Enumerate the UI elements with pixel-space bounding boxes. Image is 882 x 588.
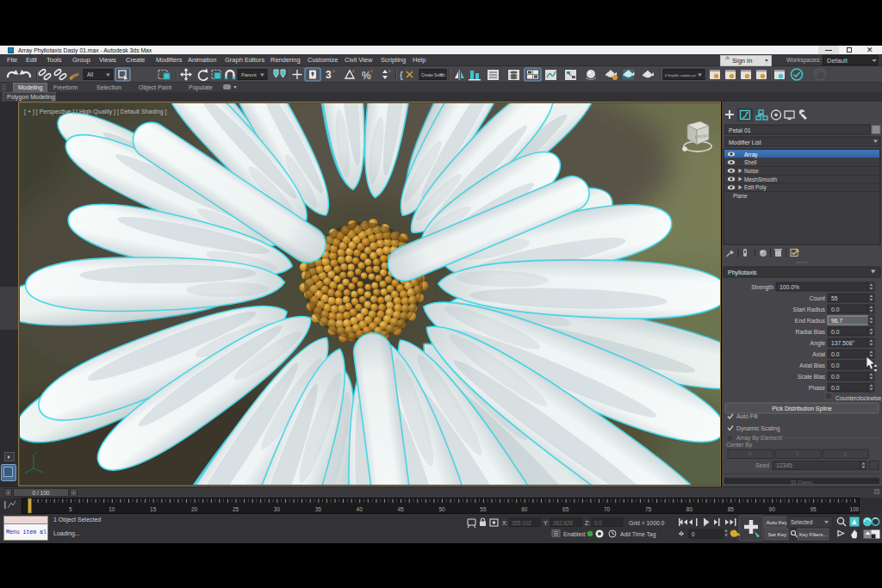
svg-text:Scale Bias: Scale Bias [798,374,826,380]
svg-text:40: 40 [357,506,363,512]
svg-text:Axial Bias: Axial Bias [799,362,825,368]
svg-text:25: 25 [233,506,239,512]
svg-text:75: 75 [645,506,652,512]
svg-text:Center By: Center By [726,442,753,449]
svg-text:Edit Poly: Edit Poly [744,184,767,191]
svg-text:55: 55 [831,295,838,301]
svg-text:0.0: 0.0 [831,385,840,391]
svg-text:²: ² [332,68,335,74]
svg-text:35: 35 [315,506,322,512]
svg-text:355.102: 355.102 [512,520,531,526]
svg-text:Parent: Parent [241,72,257,77]
svg-text:X:: X: [502,520,508,526]
svg-text:Auto Fill: Auto Fill [736,413,758,419]
svg-text:[ + ] [ Perspective ] [ High Q: [ + ] [ Perspective ] [ High Quality ] [… [24,108,167,115]
svg-text:²: ² [352,68,355,74]
svg-text:Enabled:: Enabled: [563,531,587,537]
svg-text:0.0: 0.0 [831,362,840,368]
svg-text:50: 50 [438,506,445,512]
svg-text:3: 3 [326,69,332,81]
svg-text:30: 30 [274,506,281,512]
svg-text:Axial: Axial [812,351,825,357]
svg-text:MeshSmooth: MeshSmooth [744,176,778,183]
svg-text:Strength: Strength [751,284,773,291]
svg-text:Dynamic Scaling: Dynamic Scaling [736,425,780,432]
svg-text:5: 5 [69,506,72,512]
svg-text:Counterclockwise: Counterclockwise [835,395,881,401]
svg-text:Auto Key: Auto Key [767,519,789,525]
svg-text:70: 70 [604,506,611,512]
svg-text:0.0: 0.0 [831,374,840,380]
svg-text:Z: Z [843,451,847,457]
svg-text:²: ² [388,68,391,74]
svg-text:X: X [748,451,753,457]
svg-text:Plane: Plane [733,193,748,199]
svg-text:End Radius: End Radius [795,318,826,324]
svg-text:95: 95 [810,506,817,512]
svg-text:85: 85 [728,506,735,512]
svg-text:D:\Temp\Bul...complete_exe: D:\Temp\Bul...complete_exe [665,73,696,77]
svg-text:Start Radius: Start Radius [793,306,826,313]
svg-text:100: 100 [850,506,860,512]
svg-text:100.0%: 100.0% [780,284,799,290]
svg-text:90: 90 [769,506,776,512]
svg-text:Seed: Seed [755,462,769,468]
svg-text:45: 45 [397,506,404,512]
svg-text:Pick Distribution Spline: Pick Distribution Spline [772,405,832,412]
svg-text:Modifier List: Modifier List [729,139,761,145]
svg-text:Phase: Phase [809,385,825,391]
svg-text:0.0: 0.0 [831,329,840,335]
svg-text:Array: Array [744,152,758,158]
svg-text:0.0: 0.0 [594,520,602,526]
svg-text:Radial Bias: Radial Bias [796,329,826,335]
svg-text:96.7: 96.7 [831,318,842,324]
svg-text:0.0: 0.0 [831,351,840,357]
svg-text:15: 15 [150,506,157,512]
svg-text:All: All [87,71,94,77]
svg-text:0.0: 0.0 [831,306,840,313]
svg-text:137.508°: 137.508° [831,340,855,346]
svg-text:20: 20 [191,506,198,512]
svg-text:80: 80 [686,506,693,512]
svg-text:Shell: Shell [744,159,757,165]
svg-text:Selected: Selected [791,519,813,525]
svg-text:Set Key: Set Key [768,531,788,537]
svg-text:12345: 12345 [776,462,792,468]
svg-text:0: 0 [692,531,695,537]
svg-text:Count: Count [810,295,825,301]
svg-text:Grid = 1000.0: Grid = 1000.0 [629,520,665,526]
svg-text:Y: Y [796,451,800,457]
svg-text:65: 65 [562,506,569,512]
svg-text:Key Filters...: Key Filters... [799,532,828,537]
svg-text:55: 55 [480,506,487,512]
svg-text:55 Classic: 55 Classic [791,480,813,485]
svg-text:Noise: Noise [744,168,759,174]
svg-text:Y:: Y: [543,520,549,526]
svg-text:60: 60 [521,506,528,512]
svg-text:Angle: Angle [811,340,826,347]
svg-text:{: { [400,70,403,80]
svg-text:Add Time Tag: Add Time Tag [620,531,656,538]
svg-text:Petal 01: Petal 01 [729,127,751,133]
svg-text:10: 10 [109,506,115,512]
svg-text:262.828: 262.828 [553,520,573,526]
svg-text:²: ² [370,68,373,74]
svg-text:Z:: Z: [585,520,590,526]
svg-text:Phyllotaxis: Phyllotaxis [728,269,757,276]
